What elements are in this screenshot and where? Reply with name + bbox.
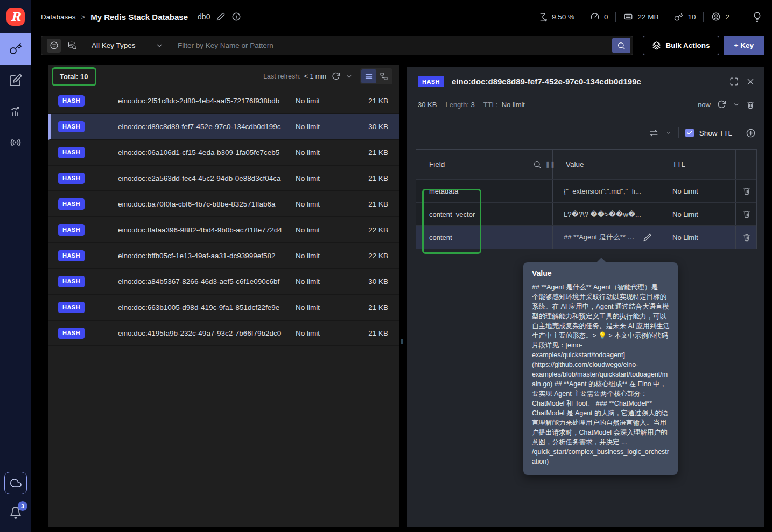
key-type-select[interactable]: All Key Types: [85, 36, 170, 55]
chevron-down-icon: [346, 73, 353, 80]
insights-button[interactable]: [752, 12, 762, 22]
stat-divider: [615, 12, 616, 22]
value-tooltip: Value ## **Agent 是什么** Agent（智能代理）是一个能够感…: [523, 262, 678, 475]
search-history-button[interactable]: [65, 39, 79, 53]
key-length: Length: 3: [445, 101, 474, 109]
delete-field-button[interactable]: [736, 203, 757, 225]
key-list-row[interactable]: HASHeino:doc:2f51c8dc-2d80-4eb4-aaf5-721…: [48, 88, 399, 114]
key-list-row[interactable]: HASHeino:doc:ba70f0fa-cbf6-4b7c-b8be-832…: [48, 191, 399, 217]
formatter-select[interactable]: [649, 128, 659, 138]
key-list-row[interactable]: HASHeino:doc:8afaa396-9882-4bd4-9b0b-ac7…: [48, 217, 399, 243]
key-ttl[interactable]: TTL: No limit: [483, 101, 525, 109]
column-resize-handle[interactable]: ❚❚: [545, 161, 555, 168]
filter-mode-button[interactable]: [47, 39, 61, 53]
field-value[interactable]: L?�?\? ��>��w�...: [553, 203, 659, 225]
memory-icon: [623, 12, 633, 22]
lightbulb-icon: [752, 12, 762, 22]
tree-view-button[interactable]: [376, 69, 391, 83]
notification-badge: 3: [18, 501, 27, 511]
key-type-badge: HASH: [58, 224, 85, 236]
show-ttl-label[interactable]: Show TTL: [699, 129, 732, 137]
chevron-down-icon: [733, 101, 740, 108]
last-refresh-label: Last refresh:: [263, 73, 300, 80]
sidebar-item-workbench[interactable]: [0, 65, 31, 96]
app-sidebar: R 3: [0, 0, 31, 532]
add-key-button[interactable]: + Key: [724, 36, 764, 55]
field-row[interactable]: content_vectorL?�?\? ��>��w�...No Limit: [416, 202, 756, 225]
key-size: 21 KB: [347, 303, 388, 311]
top-header: Databases > My Redis Stack Database db0 …: [31, 0, 772, 33]
cpu-stat: 9.50 %: [538, 12, 574, 22]
check-icon: [686, 130, 693, 136]
key-size: 22 KB: [347, 226, 388, 234]
key-ttl: No limit: [296, 303, 347, 311]
chevron-down-icon[interactable]: [665, 130, 672, 136]
commands-stat: 0: [590, 12, 608, 22]
edit-db-alias-button[interactable]: [216, 12, 225, 21]
field-value[interactable]: ## **Agent 是什么** A...: [553, 226, 659, 249]
filter-icon-group: [41, 36, 85, 55]
fields-table: Field ❚❚ Value TTL metadata{"_extension"…: [416, 149, 757, 249]
apply-search-button[interactable]: [612, 38, 630, 53]
db-stats: 9.50 % 0 22 MB 10 2: [538, 12, 762, 22]
key-list-row[interactable]: HASHeino:doc:06a106d1-cf15-4eda-b309-1fa…: [48, 140, 399, 166]
fullscreen-button[interactable]: [729, 77, 739, 86]
key-type-badge: HASH: [58, 95, 85, 107]
delete-key-button[interactable]: [746, 101, 755, 109]
panel-gutter[interactable]: ‖: [399, 56, 407, 532]
list-view-button[interactable]: [361, 69, 376, 83]
show-ttl-checkbox[interactable]: [685, 129, 694, 137]
tooltip-body: ## **Agent 是什么** Agent（智能代理）是一个能够感知环境并采取…: [532, 282, 670, 466]
key-name: eino:doc:a84b5367-8266-46d3-aef5-c6f1e09…: [118, 278, 296, 286]
db-info-button[interactable]: [231, 12, 241, 22]
key-list-row[interactable]: HASHeino:doc:a84b5367-8266-46d3-aef5-c6f…: [48, 269, 399, 295]
refresh-settings-button[interactable]: [346, 73, 353, 80]
column-actions: [736, 150, 760, 179]
field-row[interactable]: metadata{"_extension":".md","_fi...No Li…: [416, 179, 756, 202]
field-row[interactable]: content## **Agent 是什么** A...No Limit: [416, 225, 756, 249]
tree-view-icon: [380, 72, 388, 81]
delete-field-button[interactable]: [736, 180, 757, 202]
key-type-badge: HASH: [58, 121, 85, 132]
refresh-icon: [332, 72, 340, 81]
key-ttl: No limit: [296, 148, 347, 157]
key-list-row[interactable]: HASHeino:doc:663b1005-d98d-419c-9fa1-851…: [48, 295, 399, 321]
key-icon: [9, 42, 22, 55]
cloud-button[interactable]: [4, 472, 27, 494]
refresh-keys-button[interactable]: [332, 72, 340, 81]
search-history-icon: [67, 41, 77, 51]
sidebar-item-pubsub[interactable]: [0, 127, 31, 158]
close-details-button[interactable]: [746, 77, 755, 86]
redis-logo[interactable]: R: [0, 0, 31, 33]
field-ttl: No Limit: [659, 226, 736, 249]
auto-refresh-config-button[interactable]: [733, 101, 740, 108]
key-size: 30 KB: [347, 123, 388, 131]
key-size: 21 KB: [347, 329, 388, 337]
memory-stat: 22 MB: [623, 12, 658, 22]
key-search-input[interactable]: [170, 36, 612, 55]
field-value[interactable]: {"_extension":".md","_fi...: [553, 180, 659, 202]
key-name: eino:doc:4195fa9b-232c-49a7-93c2-7b66f79…: [118, 329, 296, 337]
delete-field-button[interactable]: [736, 226, 757, 249]
bulk-actions-button[interactable]: Bulk Actions: [643, 36, 719, 55]
sidebar-item-analytics[interactable]: [0, 96, 31, 127]
field-name: metadata: [416, 180, 553, 202]
refresh-key-button[interactable]: [717, 100, 726, 109]
key-size-value: 30 KB: [418, 101, 437, 109]
key-name: eino:doc:bffb05cf-1e13-49af-aa31-dc93999…: [118, 252, 296, 260]
edit-value-button[interactable]: [643, 233, 651, 242]
key-list-row[interactable]: HASHeino:doc:bffb05cf-1e13-49af-aa31-dc9…: [48, 243, 399, 269]
sidebar-item-browser[interactable]: [0, 33, 31, 65]
add-field-button[interactable]: [746, 128, 756, 138]
notifications-button[interactable]: 3: [9, 506, 22, 519]
field-ttl: No Limit: [659, 180, 736, 202]
key-list-row[interactable]: HASHeino:doc:4195fa9b-232c-49a7-93c2-7b6…: [48, 321, 399, 346]
key-list-row[interactable]: HASHeino:doc:e2a563dd-fec4-45c2-94db-0e8…: [48, 166, 399, 191]
filter-icon: [50, 41, 59, 50]
layers-icon: [652, 41, 661, 50]
search-fields-button[interactable]: [533, 160, 542, 169]
key-filter-container: All Key Types: [41, 36, 633, 55]
breadcrumb-databases-link[interactable]: Databases: [41, 13, 76, 21]
key-list-row[interactable]: HASHeino:doc:d89c8d89-fef7-452e-97c0-134…: [48, 114, 399, 140]
field-name: content: [416, 226, 553, 249]
